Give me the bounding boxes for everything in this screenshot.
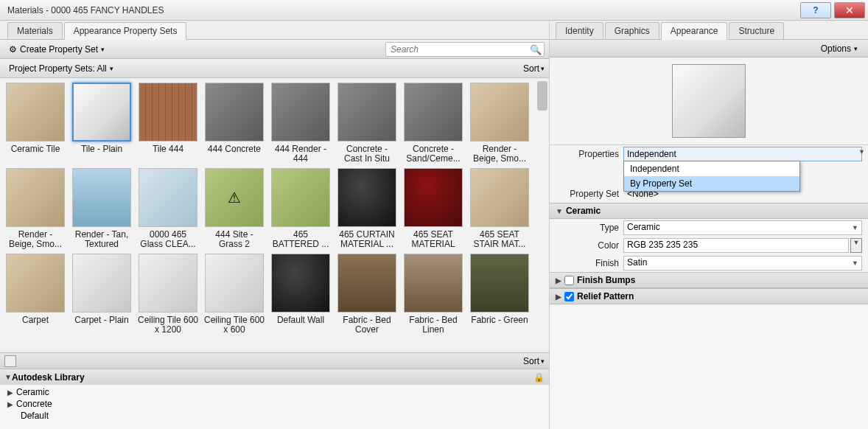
- finish-select[interactable]: Satin▼: [623, 256, 862, 271]
- material-cell[interactable]: Default Wall: [270, 254, 332, 336]
- properties-dropdown-menu: Independent By Property Set: [623, 161, 800, 192]
- material-label: Fabric - Green: [469, 315, 531, 336]
- project-filter-dropdown[interactable]: Project Property Sets: All ▾: [4, 62, 118, 75]
- preview-thumbnail: [672, 64, 746, 138]
- warning-icon: ⚠: [228, 189, 241, 206]
- material-grid-scroll[interactable]: Ceramic TileTile - PlainTile 444444 Conc…: [0, 78, 549, 352]
- tree-item-concrete[interactable]: ▶ Concrete: [7, 398, 546, 410]
- material-cell[interactable]: Ceramic Tile: [4, 83, 66, 165]
- tab-graphics[interactable]: Graphics: [605, 22, 659, 39]
- chevron-down-icon: ▾: [110, 65, 113, 72]
- right-tab-bar: Identity Graphics Appearance Structure: [550, 21, 868, 40]
- material-cell[interactable]: ⚠444 Site - Grass 2: [203, 168, 265, 251]
- view-toggle-icon[interactable]: [4, 355, 16, 367]
- material-cell[interactable]: 465 CURTAIN MATERIAL ...: [336, 168, 398, 251]
- material-cell[interactable]: Carpet: [4, 254, 66, 336]
- material-cell[interactable]: Ceiling Tile 600 x 600: [203, 254, 265, 336]
- section-finish-bumps[interactable]: ▶ Finish Bumps: [550, 272, 868, 288]
- tree-item-default[interactable]: Default: [7, 410, 546, 422]
- sort-button-bottom[interactable]: Sort ▾: [523, 356, 545, 366]
- left-tab-bar: Materials Appearance Property Sets: [0, 21, 549, 40]
- tab-identity[interactable]: Identity: [556, 22, 603, 39]
- finish-bumps-checkbox[interactable]: [564, 276, 574, 285]
- chevron-right-icon: ▶: [556, 276, 561, 285]
- material-grid: Ceramic TileTile - PlainTile 444444 Conc…: [0, 78, 549, 341]
- material-thumbnail: [271, 83, 330, 142]
- tree-item-ceramic[interactable]: ▶ Ceramic: [7, 386, 546, 398]
- material-cell[interactable]: Render - Beige, Smo...: [469, 83, 531, 165]
- material-thumbnail: [271, 168, 330, 227]
- material-label: Concrete - Sand/Ceme...: [402, 144, 464, 165]
- material-cell[interactable]: Fabric - Bed Linen: [402, 254, 464, 336]
- tab-appearance-property-sets[interactable]: Appearance Property Sets: [64, 22, 187, 40]
- material-thumbnail: [337, 254, 396, 313]
- material-thumbnail: [139, 83, 197, 142]
- search-input[interactable]: [385, 42, 545, 57]
- chevron-down-icon: ▼: [852, 224, 858, 231]
- close-button[interactable]: ✕: [834, 2, 865, 18]
- material-label: Ceiling Tile 600 x 1200: [137, 315, 199, 336]
- finish-row: Finish Satin▼: [550, 254, 868, 272]
- chevron-right-icon: ▶: [7, 400, 13, 408]
- dropdown-opt-by-property-set[interactable]: By Property Set: [624, 176, 799, 191]
- chevron-down-icon: ▼: [858, 148, 865, 156]
- material-cell[interactable]: 465 SEAT MATERIAL: [402, 168, 464, 251]
- material-cell[interactable]: Fabric - Bed Cover: [336, 254, 398, 336]
- chevron-down-icon: ▼: [851, 239, 861, 246]
- relief-pattern-checkbox[interactable]: [564, 292, 574, 301]
- material-cell[interactable]: Concrete - Sand/Ceme...: [402, 83, 464, 165]
- sort-button[interactable]: Sort ▾: [523, 63, 545, 74]
- material-label: 444 Site - Grass 2: [203, 230, 265, 251]
- color-flyout-button[interactable]: ▼: [850, 238, 862, 253]
- material-label: Tile - Plain: [71, 144, 133, 165]
- chevron-down-icon: ▾: [541, 358, 545, 365]
- chevron-down-icon: ▾: [541, 65, 545, 72]
- material-thumbnail: [271, 254, 330, 313]
- tab-materials[interactable]: Materials: [7, 22, 63, 39]
- material-cell[interactable]: Fabric - Green: [469, 254, 531, 336]
- material-thumbnail: [470, 254, 529, 313]
- lock-icon: 🔒: [533, 372, 545, 383]
- options-button[interactable]: Options ▾: [816, 42, 862, 55]
- material-thumbnail: [6, 83, 65, 142]
- material-label: Carpet: [4, 315, 66, 336]
- material-thumbnail: [72, 83, 131, 142]
- type-select[interactable]: Ceramic▼: [623, 220, 862, 235]
- library-header[interactable]: ▼ Autodesk Library 🔒: [0, 369, 549, 385]
- help-button[interactable]: ?: [800, 2, 831, 18]
- material-cell[interactable]: Tile 444: [137, 83, 199, 165]
- chevron-right-icon: ▶: [556, 293, 561, 301]
- material-label: Render - Tan, Textured: [71, 230, 133, 251]
- scrollbar-thumb[interactable]: [537, 81, 547, 111]
- material-cell[interactable]: Carpet - Plain: [71, 254, 133, 336]
- material-cell[interactable]: Concrete - Cast In Situ: [336, 83, 398, 165]
- material-cell[interactable]: 465 SEAT STAIR MAT...: [469, 168, 531, 251]
- material-cell[interactable]: Render - Beige, Smo...: [4, 168, 66, 251]
- type-row: Type Ceramic▼: [550, 219, 868, 237]
- search-icon: 🔍: [530, 44, 542, 55]
- material-cell[interactable]: 444 Render - 444: [270, 83, 332, 165]
- material-label: 444 Concrete: [203, 144, 265, 165]
- chevron-right-icon: ▶: [7, 388, 13, 397]
- dropdown-opt-independent[interactable]: Independent: [624, 161, 799, 176]
- material-cell[interactable]: Render - Tan, Textured: [71, 168, 133, 251]
- material-cell[interactable]: 0000 465 Glass CLEA...: [137, 168, 199, 251]
- properties-pane: Identity Graphics Appearance Structure O…: [550, 21, 868, 429]
- create-property-set-button[interactable]: ⚙ Create Property Set ▾: [4, 43, 109, 56]
- material-label: Concrete - Cast In Situ: [336, 144, 398, 165]
- section-relief-pattern[interactable]: ▶ Relief Pattern: [550, 288, 868, 304]
- material-label: 465 BATTERED ...: [270, 230, 332, 251]
- material-cell[interactable]: 444 Concrete: [203, 83, 265, 165]
- properties-dropdown[interactable]: Independent ▼: [623, 147, 862, 161]
- material-cell[interactable]: Tile - Plain: [71, 83, 133, 165]
- material-thumbnail: [404, 168, 463, 227]
- tab-structure[interactable]: Structure: [729, 22, 784, 39]
- material-thumbnail: [139, 168, 197, 227]
- tab-appearance[interactable]: Appearance: [661, 22, 728, 40]
- color-select[interactable]: RGB 235 235 235: [623, 238, 849, 253]
- material-label: Fabric - Bed Cover: [336, 315, 398, 336]
- material-cell[interactable]: 465 BATTERED ...: [270, 168, 332, 251]
- material-cell[interactable]: Ceiling Tile 600 x 1200: [137, 254, 199, 336]
- material-label: 444 Render - 444: [270, 144, 332, 165]
- section-ceramic[interactable]: ▼ Ceramic: [550, 203, 868, 219]
